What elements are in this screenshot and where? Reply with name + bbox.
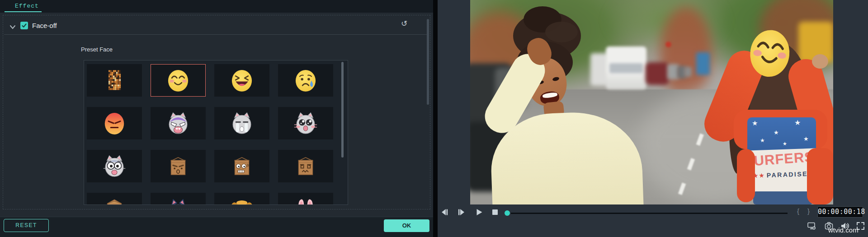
display-settings-icon[interactable]: [807, 222, 816, 230]
preview-panel: ★★★★★★ SURFERS ★★★ PARADISE: [438, 0, 868, 237]
blue-dumpster: [696, 52, 710, 75]
sweatshirt-star-panel: ★★★★★★: [747, 117, 816, 153]
panel-divider[interactable]: [433, 0, 438, 237]
preset-smile-blush-face[interactable]: [151, 64, 206, 97]
sweatshirt-star-icon: ★: [783, 141, 787, 147]
girl-right-hand: [812, 54, 828, 69]
grid-scrollbar[interactable]: [341, 62, 344, 158]
ok-button[interactable]: OK: [384, 219, 429, 232]
red-parked-car: [646, 62, 669, 85]
effect-name-label: Face-off: [32, 22, 57, 29]
app-window: Effect Face-off ↺ Preset Face RESET OK: [0, 0, 868, 237]
preset-box-teeth-face[interactable]: [214, 150, 269, 182]
playhead-handle[interactable]: [505, 210, 510, 216]
preset-dog-face[interactable]: [214, 193, 269, 205]
sweatshirt-star-icon: ★: [794, 118, 801, 127]
seek-timeline[interactable]: [511, 213, 788, 214]
header-separator: [4, 34, 428, 35]
preset-surprised-cat-face[interactable]: [87, 150, 142, 182]
tab-bar: Effect: [0, 0, 433, 13]
preset-mosaic-face[interactable]: [87, 64, 142, 97]
watermark-text: wtvid.com: [828, 226, 859, 234]
sweatshirt-star-icon: ★: [760, 137, 765, 144]
preset-crying-cat-face[interactable]: [214, 107, 269, 139]
sweatshirt-paradise: PARADISE: [766, 170, 808, 179]
reset-button[interactable]: RESET: [4, 219, 49, 232]
face-off-checkbox[interactable]: [20, 22, 28, 29]
preset-box-angry-face[interactable]: [151, 150, 206, 182]
sweatshirt-star-icon: ★: [774, 129, 779, 136]
preset-sad-tear-face[interactable]: [278, 64, 333, 97]
effect-content-area: Face-off ↺ Preset Face: [3, 15, 430, 209]
preset-angry-cat-face[interactable]: [151, 107, 206, 139]
girl-left-hair-wisp: [545, 22, 578, 42]
receding-car-3: [684, 67, 692, 77]
preset-dark-cat-ears-face[interactable]: [151, 193, 206, 205]
preset-box-dizzy-face[interactable]: [278, 150, 333, 182]
mark-in-button[interactable]: {: [797, 207, 799, 215]
stop-button[interactable]: [491, 209, 500, 217]
mark-out-button[interactable]: }: [807, 207, 810, 215]
girl-right-jacket-r: [807, 148, 833, 204]
tab-effect[interactable]: Effect: [15, 3, 39, 9]
preset-angry-face[interactable]: [87, 107, 142, 139]
chevron-down-icon[interactable]: [9, 23, 16, 28]
applied-emoji-overlay: [744, 25, 795, 80]
panel-scrollbar[interactable]: [427, 19, 429, 105]
timecode-display: 00:00:00:18: [817, 206, 863, 218]
girl-right-jacket-l: [737, 149, 755, 202]
preset-face-grid: [84, 60, 348, 205]
preset-face-label: Preset Face: [81, 46, 113, 53]
panel-footer: RESET OK: [0, 217, 433, 237]
reset-effect-icon[interactable]: ↺: [401, 19, 407, 28]
video-frame: ★★★★★★ SURFERS ★★★ PARADISE: [470, 0, 833, 204]
play-button[interactable]: [476, 209, 485, 217]
preset-box-plain-face[interactable]: [87, 193, 142, 205]
sweatshirt-text-bottom: ★★★ PARADISE: [746, 170, 808, 180]
sweatshirt-star-icon: ★: [803, 135, 809, 142]
preset-cute-cat-face[interactable]: [278, 107, 333, 139]
girl-right-jeans: [753, 191, 813, 204]
effect-settings-panel: Effect Face-off ↺ Preset Face RESET OK: [0, 0, 433, 237]
tab-active-underline: [5, 11, 42, 12]
van-windshield: [609, 63, 643, 73]
red-sign: [665, 42, 671, 47]
previous-frame-button[interactable]: [440, 209, 449, 217]
sweatshirt-star-icon: ★: [752, 119, 758, 127]
next-frame-button[interactable]: [458, 209, 467, 217]
preset-bunny-ears-face[interactable]: [278, 193, 333, 205]
preset-laugh-face[interactable]: [214, 64, 269, 97]
